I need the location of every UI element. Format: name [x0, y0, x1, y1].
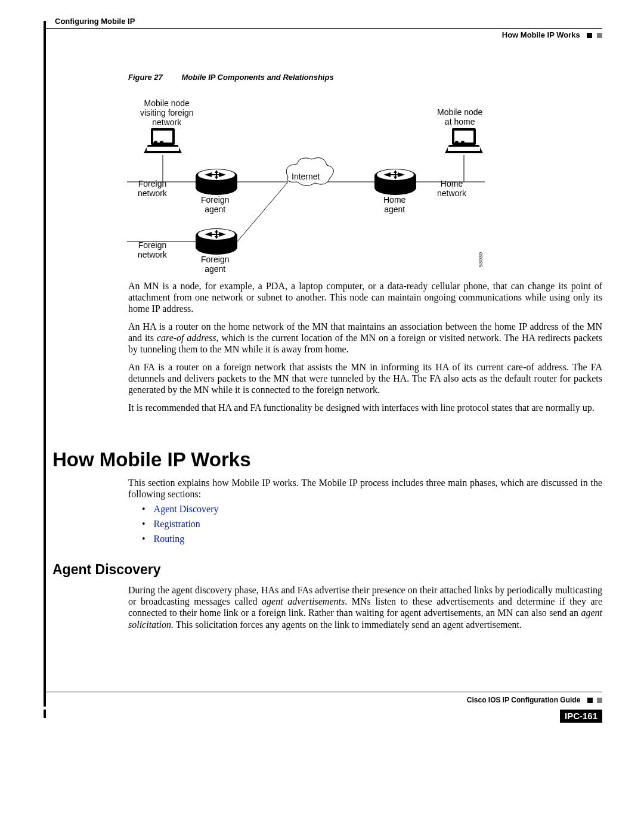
paragraph-4: It is recommended that HA and FA functio… [128, 402, 602, 413]
page-number: IPC-161 [560, 710, 602, 723]
diagram-label-foreign-agent2: Foreignagent [201, 255, 229, 274]
footer-square-icon [587, 698, 593, 703]
diagram-label-foreign-agent1: Foreignagent [201, 195, 229, 214]
footer-square-icon-2 [597, 698, 602, 703]
header-square-icon [587, 33, 592, 38]
bullet-routing: • Routing [142, 534, 601, 544]
bullet-dot-icon: • [142, 504, 145, 515]
discovery-b-italic: agent advertisements [262, 596, 345, 606]
figure-title: Mobile IP Components and Relationships [181, 73, 333, 82]
svg-point-12 [160, 141, 163, 144]
diagram-label-home-agent: Homeagent [383, 195, 405, 214]
running-head-chapter: Configuring Mobile IP [55, 17, 135, 26]
heading-agent-discovery: Agent Discovery [52, 562, 161, 578]
footer-guide: Cisco IOS IP Configuration Guide [467, 696, 602, 704]
paragraph-2: An HA is a router on the home network of… [128, 321, 602, 355]
section-bullet-list: • Agent Discovery • Registration • Routi… [142, 504, 601, 549]
svg-line-6 [237, 182, 288, 241]
figure-number: Figure 27 [128, 73, 163, 82]
header-square-icon-2 [597, 33, 602, 38]
link-agent-discovery[interactable]: Agent Discovery [154, 504, 219, 515]
figure-diagram: Mobile nodevisiting foreignnetwork Mobil… [127, 95, 485, 274]
svg-point-17 [461, 141, 465, 144]
paragraph-3: An FA is a router on a foreign network t… [128, 361, 602, 396]
svg-rect-9 [153, 131, 172, 143]
svg-point-11 [154, 141, 157, 144]
agent-discovery-paragraph: During the agent discovery phase, HAs an… [128, 584, 602, 630]
footer-rule [44, 692, 602, 692]
figure-caption: Figure 27 Mobile IP Components and Relat… [128, 73, 334, 82]
bullet-dot-icon: • [142, 534, 145, 544]
running-head-section: How Mobile IP Works [502, 30, 602, 39]
bullet-agent-discovery: • Agent Discovery [142, 504, 601, 515]
diagram-label-foreign-net2: Foreignnetwork [138, 240, 167, 259]
bullet-registration: • Registration [142, 519, 601, 529]
diagram-label-mn-foreign: Mobile nodevisiting foreignnetwork [140, 98, 194, 127]
link-routing[interactable]: Routing [154, 534, 185, 544]
heading-how-mobile-ip-works: How Mobile IP Works [52, 448, 251, 471]
diagram-label-internet: Internet [292, 172, 320, 181]
diagram-label-mn-home: Mobile nodeat home [437, 107, 482, 126]
discovery-e: This solicitation forces any agents on t… [174, 620, 522, 630]
diagram-label-foreign-net1: Foreignnetwork [138, 179, 167, 198]
link-registration[interactable]: Registration [154, 519, 200, 529]
svg-rect-10 [147, 147, 179, 151]
figure-id: 53030 [478, 252, 484, 267]
running-head-rule-vertical [44, 21, 46, 707]
footer-vertical-rule [44, 710, 46, 718]
running-head-section-text: How Mobile IP Works [502, 30, 580, 39]
intro-paragraph: This section explains how Mobile IP work… [128, 477, 602, 500]
paragraph-2b-italic: care-of address [157, 333, 216, 343]
footer-guide-text: Cisco IOS IP Configuration Guide [467, 696, 580, 704]
svg-point-16 [455, 141, 459, 144]
bullet-dot-icon: • [142, 519, 145, 529]
running-head-rule-horizontal [44, 28, 602, 29]
svg-rect-15 [448, 147, 480, 151]
diagram-label-home-net: Homenetwork [437, 179, 466, 198]
paragraph-1: An MN is a node, for example, a PDA, a l… [128, 280, 602, 315]
svg-rect-14 [454, 131, 473, 143]
